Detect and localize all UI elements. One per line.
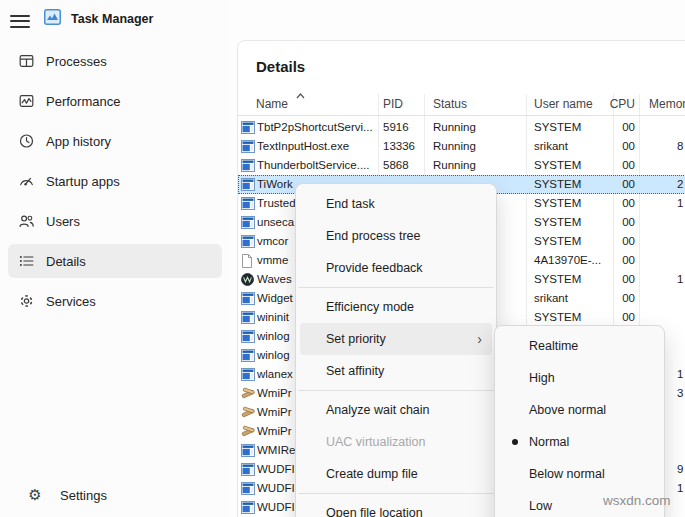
cell-name: TextInputHost.exe [257,137,349,156]
wmi-tools-icon [241,425,255,439]
column-header-pid[interactable]: PID [383,97,403,111]
table-header: Name PID Status User name CPU Memory [238,94,685,116]
cell-status: Running [433,137,476,156]
hamburger-menu-icon[interactable] [10,11,32,29]
cell-name: WUDFI [257,498,295,517]
table-row[interactable]: TbtP2pShortcutServi...5916RunningSYSTEM0… [238,118,685,137]
details-icon [17,252,35,270]
cell-memory: 8 [677,137,683,156]
cell-name: vmcor [257,232,288,251]
cell-name: WmiPr [257,384,292,403]
submenu-item-high[interactable]: High [499,362,660,394]
column-header-memory[interactable]: Memory [649,97,685,111]
sidebar-item-app-history[interactable]: App history [0,121,230,161]
cell-cpu: 00 [599,137,635,156]
settings-gear-icon: ⚙ [26,486,44,504]
app-window-icon [241,463,255,477]
cell-user-name: SYSTEM [534,213,581,232]
table-row[interactable]: TextInputHost.exe13336Runningsrikant008 [238,137,685,156]
app-title: Task Manager [71,12,153,26]
performance-icon [17,92,35,110]
menu-item-create-dump-file[interactable]: Create dump file [300,458,492,490]
sidebar-item-startup-apps[interactable]: Startup apps [0,161,230,201]
cell-name: WMIRe [257,441,295,460]
sidebar-item-services[interactable]: Services [0,281,230,321]
menu-item-open-file-location[interactable]: Open file location [300,497,492,517]
cell-user-name: SYSTEM [534,175,581,194]
app-window-icon [241,292,255,306]
sidebar-item-details[interactable]: Details [0,241,230,281]
submenu-item-realtime[interactable]: Realtime [499,330,660,362]
sidebar-item-label: Processes [46,54,107,69]
cell-name: unseca [257,213,294,232]
sidebar-item-processes[interactable]: Processes [0,41,230,81]
cell-pid: 5868 [383,156,409,175]
cell-name: WUDFI [257,460,295,479]
app-window-icon [241,368,255,382]
sidebar-item-label: Performance [46,94,120,109]
sidebar-item-settings[interactable]: ⚙ Settings [0,477,230,515]
cell-status: Running [433,118,476,137]
app-window-icon [241,330,255,344]
column-header-cpu[interactable]: CPU [599,97,635,111]
wmi-tools-icon [241,406,255,420]
sidebar-item-performance[interactable]: Performance [0,81,230,121]
cell-cpu: 00 [599,194,635,213]
app-window-icon [241,178,255,192]
column-header-user-name[interactable]: User name [534,97,593,111]
menu-item-end-task[interactable]: End task [300,188,492,220]
cell-user-name: SYSTEM [534,194,581,213]
cell-name: wlanex [257,365,293,384]
cell-memory: 3 [677,384,683,403]
column-header-name[interactable]: Name [256,97,288,111]
cell-name: winlog [257,327,290,346]
menu-item-efficiency-mode[interactable]: Efficiency mode [300,291,492,323]
cell-name: WUDFI [257,479,295,498]
cell-name: WmiPr [257,403,292,422]
cell-memory: 1 [677,365,683,384]
task-manager-app-icon [44,9,61,29]
column-header-status[interactable]: Status [433,97,467,111]
table-row[interactable]: ThunderboltService....5868RunningSYSTEM0… [238,156,685,175]
menu-item-analyze-wait-chain[interactable]: Analyze wait chain [300,394,492,426]
menu-item-end-process-tree[interactable]: End process tree [300,220,492,252]
menu-item-set-priority[interactable]: Set priority› [300,323,492,355]
app-window-icon [241,349,255,363]
sort-ascending-icon [296,88,305,102]
sidebar-item-label: Settings [60,488,107,503]
cell-user-name: srikant [534,137,568,156]
cell-name: Waves [257,270,292,289]
task-manager-window: Task Manager ProcessesPerformanceApp his… [0,0,685,517]
cell-name: wininit [257,308,289,327]
cell-name: TbtP2pShortcutServi... [257,118,373,137]
app-window-icon [241,197,255,211]
cell-name: WmiPr [257,422,292,441]
cell-pid: 13336 [383,137,415,156]
cell-name: TiWork [257,175,293,194]
cell-user-name: SYSTEM [534,118,581,137]
cell-name: Trusted [257,194,296,213]
cell-status: Running [433,156,476,175]
sidebar: Task Manager ProcessesPerformanceApp his… [0,0,230,517]
document-icon [241,254,253,268]
chevron-right-icon: › [477,323,482,355]
sidebar-item-users[interactable]: Users [0,201,230,241]
sidebar-item-label: App history [46,134,111,149]
sidebar-nav: ProcessesPerformanceApp historyStartup a… [0,41,230,321]
cell-memory: 1 [677,194,683,213]
submenu-item-normal[interactable]: Normal [499,426,660,458]
cell-cpu: 00 [599,156,635,175]
watermark: wsxdn.com [603,493,671,508]
sidebar-item-label: Startup apps [46,174,120,189]
cell-memory: 2 [677,175,683,194]
menu-item-provide-feedback[interactable]: Provide feedback [300,252,492,284]
menu-item-set-affinity[interactable]: Set affinity [300,355,492,387]
processes-icon [17,52,35,70]
menu-item-uac-virtualization[interactable]: UAC virtualization [300,426,492,458]
app-window-icon [241,482,255,496]
cell-memory: 9 [677,460,683,479]
cell-pid: 5916 [383,118,409,137]
cell-name: Widget [257,289,293,308]
submenu-item-above-normal[interactable]: Above normal [499,394,660,426]
submenu-item-below-normal[interactable]: Below normal [499,458,660,490]
